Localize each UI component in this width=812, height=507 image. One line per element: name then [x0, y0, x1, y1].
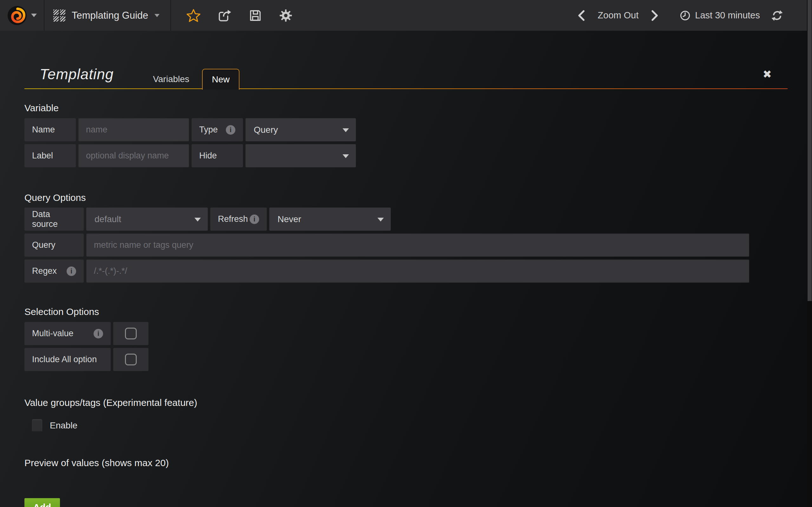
- include-all-row: Include All option: [24, 348, 788, 371]
- chevron-down-icon: [154, 14, 159, 17]
- multi-value-label: Multi-value i: [24, 322, 111, 345]
- chevron-left-icon: [576, 9, 587, 22]
- refresh-icon: [771, 9, 783, 22]
- regex-label: Regex i: [24, 260, 84, 283]
- regex-row: Regex i: [24, 260, 788, 283]
- chevron-down-icon: [31, 14, 37, 17]
- refresh-label: Refresh i: [210, 208, 267, 231]
- label-label: Label: [24, 144, 76, 167]
- enable-label: Enable: [50, 420, 78, 431]
- variable-name-row: Name Type i Query: [24, 118, 788, 141]
- zoom-out-right-button[interactable]: [649, 9, 660, 22]
- query-row: Query: [24, 233, 788, 257]
- checkbox-icon: [125, 328, 137, 339]
- name-label: Name: [24, 118, 76, 141]
- refresh-select-value: Never: [277, 214, 301, 224]
- enable-checkbox[interactable]: [32, 419, 42, 432]
- close-icon[interactable]: ✖: [763, 69, 772, 79]
- query-options-heading: Query Options: [24, 191, 788, 205]
- refresh-select[interactable]: Never: [269, 208, 391, 231]
- checkbox-icon: [125, 354, 137, 365]
- multi-value-row: Multi-value i: [24, 322, 788, 345]
- dashboard-icon: [53, 9, 65, 21]
- scrollbar-thumb[interactable]: [808, 0, 812, 301]
- share-button[interactable]: [217, 8, 232, 23]
- type-label: Type i: [192, 118, 243, 141]
- regex-input[interactable]: [86, 260, 749, 283]
- star-button[interactable]: [186, 8, 201, 23]
- enable-row: Enable: [32, 419, 788, 432]
- save-icon: [248, 9, 262, 22]
- type-select[interactable]: Query: [246, 118, 356, 141]
- name-input[interactable]: [78, 118, 189, 141]
- hide-select[interactable]: [246, 144, 356, 167]
- dashboard-title: Templating Guide: [72, 10, 148, 21]
- query-input[interactable]: [86, 233, 749, 257]
- label-input[interactable]: [78, 144, 189, 167]
- selection-options-heading: Selection Options: [24, 305, 788, 319]
- include-all-checkbox[interactable]: [113, 348, 148, 371]
- info-icon[interactable]: i: [226, 125, 235, 135]
- datasource-select[interactable]: default: [86, 208, 208, 231]
- type-select-value: Query: [254, 125, 278, 135]
- variable-label-row: Label Hide: [24, 144, 788, 167]
- value-groups-heading: Value groups/tags (Experimental feature): [24, 396, 788, 410]
- navbar: Templating Guide: [0, 0, 812, 31]
- include-all-label: Include All option: [24, 348, 111, 371]
- tab-new[interactable]: New: [202, 69, 240, 90]
- add-button[interactable]: Add: [24, 498, 60, 507]
- templating-header: Templating Variables New ✖: [24, 31, 788, 89]
- query-label: Query: [24, 233, 84, 257]
- chevron-down-icon: [194, 218, 201, 222]
- info-icon[interactable]: i: [250, 215, 259, 224]
- info-icon[interactable]: i: [94, 329, 103, 338]
- time-range-label: Last 30 minutes: [695, 10, 760, 20]
- chevron-down-icon: [377, 218, 384, 222]
- datasource-row: Data source default Refresh i Never: [24, 208, 788, 231]
- dashboard-title-button[interactable]: Templating Guide: [44, 0, 171, 31]
- multi-value-checkbox[interactable]: [113, 322, 148, 345]
- gear-icon: [279, 9, 293, 22]
- navbar-actions: [171, 8, 293, 23]
- variable-section-heading: Variable: [24, 101, 788, 115]
- settings-button[interactable]: [279, 9, 293, 22]
- time-picker-button[interactable]: Last 30 minutes: [679, 9, 760, 21]
- time-controls: Zoom Out Last 30 minutes: [576, 9, 812, 22]
- chevron-down-icon: [343, 128, 349, 132]
- zoom-out-button[interactable]: Zoom Out: [598, 10, 639, 20]
- zoom-out-left-button[interactable]: [576, 9, 587, 22]
- datasource-label: Data source: [24, 208, 84, 231]
- refresh-button[interactable]: [771, 9, 783, 22]
- datasource-select-value: default: [95, 214, 121, 224]
- preview-heading: Preview of values (shows max 20): [24, 456, 788, 470]
- share-icon: [217, 8, 232, 23]
- chevron-down-icon: [343, 154, 349, 158]
- tab-variables[interactable]: Variables: [147, 69, 196, 89]
- grafana-menu-button[interactable]: [0, 0, 44, 31]
- scrollbar-track[interactable]: [807, 0, 812, 507]
- clock-icon: [679, 9, 691, 21]
- star-icon: [186, 8, 201, 23]
- hide-label: Hide: [192, 144, 243, 167]
- chevron-right-icon: [649, 9, 660, 22]
- page-title: Templating: [40, 66, 113, 83]
- save-button[interactable]: [248, 9, 262, 22]
- grafana-logo-icon: [7, 5, 27, 26]
- info-icon[interactable]: i: [67, 267, 76, 276]
- templating-panel: Templating Variables New ✖ Variable Name…: [0, 31, 812, 507]
